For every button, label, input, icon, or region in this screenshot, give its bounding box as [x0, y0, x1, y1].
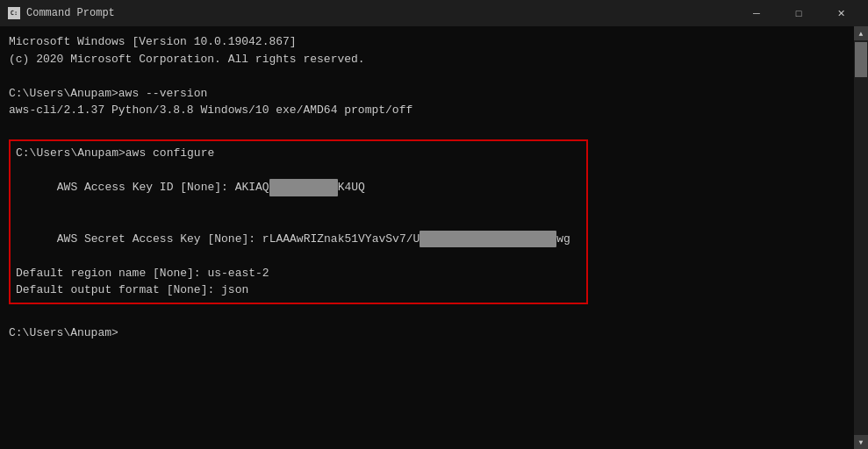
version-output: aws-cli/2.1.37 Python/3.8.8 Windows/10 e… — [9, 102, 859, 119]
secret-key-line: AWS Secret Access Key [None]: rLAAAwRIZn… — [16, 213, 581, 265]
scrollbar-track[interactable]: ▲ ▼ — [854, 26, 868, 449]
close-button[interactable]: ✕ — [821, 0, 861, 26]
version-command: C:\Users\Anupam>aws --version — [9, 85, 859, 103]
output-line: Default output format [None]: json — [16, 282, 581, 299]
aws-configure-section: C:\Users\Anupam>aws configure AWS Access… — [9, 139, 588, 304]
window-title: Command Prompt — [26, 7, 115, 19]
access-key-line: AWS Access Key ID [None]: AKIAQ█████████… — [16, 162, 581, 214]
scroll-up-arrow[interactable]: ▲ — [854, 26, 868, 40]
maximize-button[interactable]: □ — [778, 0, 819, 26]
blank-1 — [9, 68, 859, 85]
title-bar-controls: ─ □ ✕ — [736, 0, 861, 26]
blank-3 — [9, 308, 859, 325]
access-key-blurred: ██████████ — [269, 179, 338, 196]
configure-command: C:\Users\Anupam>aws configure — [16, 145, 581, 162]
minimize-button[interactable]: ─ — [736, 0, 777, 26]
scroll-down-arrow[interactable]: ▼ — [854, 435, 868, 449]
blank-2 — [9, 119, 859, 137]
scroll-thumb[interactable] — [855, 42, 867, 77]
secret-key-blurred: ████████████████████ — [420, 231, 556, 248]
final-prompt: C:\Users\Anupam> — [9, 324, 859, 342]
cmd-icon — [7, 6, 21, 20]
title-bar-left: Command Prompt — [7, 6, 115, 20]
header-line-1: Microsoft Windows [Version 10.0.19042.86… — [9, 33, 859, 51]
title-bar: Command Prompt ─ □ ✕ — [0, 0, 868, 26]
region-line: Default region name [None]: us-east-2 — [16, 265, 581, 282]
terminal-area: Microsoft Windows [Version 10.0.19042.86… — [0, 26, 868, 449]
header-line-2: (c) 2020 Microsoft Corporation. All righ… — [9, 51, 859, 68]
